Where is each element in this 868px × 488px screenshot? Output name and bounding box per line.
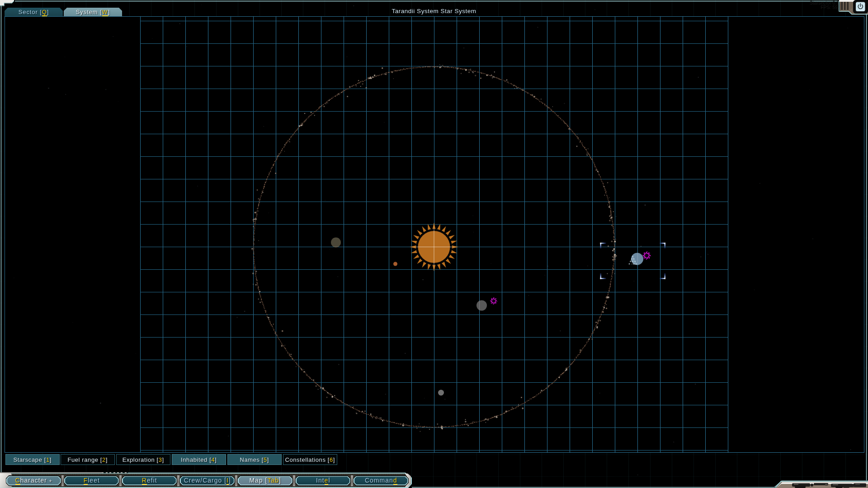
toggle-starscape[interactable]: Starscape [1] xyxy=(5,454,60,465)
planet-gray-small[interactable] xyxy=(438,390,444,396)
planet-gray[interactable] xyxy=(476,300,487,311)
toggle-constellations[interactable]: Constellations [6] xyxy=(283,454,337,465)
button-command[interactable]: Command xyxy=(353,475,409,486)
bar-separator xyxy=(177,475,179,486)
system-map[interactable] xyxy=(0,0,868,488)
bar-separator xyxy=(351,475,353,486)
tab-system[interactable]: System [W] xyxy=(64,8,122,16)
planet-olive[interactable] xyxy=(331,238,341,248)
button-map[interactable]: Map [Tab] xyxy=(237,475,293,486)
button-character[interactable]: Character + xyxy=(6,475,62,486)
version-info: Starsector 0.9 FPS: 59. xyxy=(703,1,839,9)
version-text: Starsector 0.9 xyxy=(703,1,839,5)
bar-separator xyxy=(293,475,295,486)
toggle-fuel-range[interactable]: Fuel range [2] xyxy=(61,454,115,465)
fps-counter: FPS: 59. xyxy=(703,5,839,10)
bar-separator xyxy=(61,475,64,486)
toggle-exploration[interactable]: Exploration [3] xyxy=(116,454,170,465)
power-widget xyxy=(836,0,868,16)
bar-separator xyxy=(235,475,237,486)
button-crew-cargo[interactable]: Crew/Cargo [I] xyxy=(179,475,236,486)
sun xyxy=(410,223,458,271)
planet-orange-small[interactable] xyxy=(393,262,397,266)
button-refit[interactable]: Refit xyxy=(122,475,178,486)
tab-sector[interactable]: Sector [Q] xyxy=(5,8,63,16)
button-fleet[interactable]: Fleet xyxy=(64,475,120,486)
toggle-names[interactable]: Names [5] xyxy=(227,454,282,465)
bottom-bar-edge-dashes xyxy=(102,472,128,473)
game-screen: Sector [Q] System [W] Tarandii System St… xyxy=(0,0,868,488)
bar-separator xyxy=(119,475,122,486)
bottom-bar-edge-gray xyxy=(0,472,102,473)
button-intel[interactable]: Intel xyxy=(295,475,351,486)
toggle-inhabited[interactable]: Inhabited [4] xyxy=(172,454,226,465)
map-title: Tarandii System Star System xyxy=(344,8,524,14)
corner-decoration-bottomright xyxy=(769,474,868,488)
